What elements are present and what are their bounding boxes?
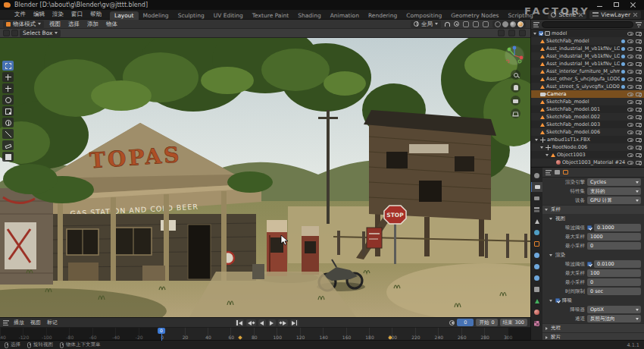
shading-rendered-button[interactable] [517,21,524,27]
render-visibility-icon[interactable] [636,77,642,81]
render-visibility-icon[interactable] [636,108,642,112]
outliner-search-input[interactable] [542,21,633,28]
persp-nav-button[interactable] [511,108,521,118]
expand-icon[interactable] [539,146,544,149]
scene-properties-tab[interactable] [531,216,542,226]
visibility-eye-icon[interactable] [627,100,633,104]
hand-nav-button[interactable] [511,83,521,93]
xray-toggle-icon[interactable] [483,21,489,27]
cursor-tool[interactable] [2,72,14,82]
scale-tool[interactable] [2,106,14,116]
outliner-row-asst-other-s-uhcjdgufa-lod0[interactable]: Asst_other_S_uhcjdgufa_LOD0 [531,75,644,83]
select-box-tool[interactable] [2,61,14,71]
minimize-button[interactable] [596,2,605,8]
render-visibility-icon[interactable] [636,138,642,142]
tab-uv-editing[interactable]: UV Editing [209,11,248,20]
move-tool[interactable] [2,83,14,93]
visibility-eye-icon[interactable] [627,77,633,81]
frame-end-field[interactable]: 结束 300 [500,319,527,326]
property-value[interactable]: 0 sec [587,288,641,295]
viewport-menu-添加[interactable]: 添加 [83,20,102,28]
annotate-tool[interactable] [2,129,14,139]
visibility-eye-icon[interactable] [627,55,633,58]
show-gizmo-icon[interactable] [463,21,469,27]
auto-key-record-icon[interactable] [449,320,455,325]
show-overlays-icon[interactable] [473,21,479,27]
render-visibility-icon[interactable] [636,93,642,96]
tab-layout[interactable]: Layout [110,11,139,20]
outliner-row-sketchfab-model-001[interactable]: SketchFab_model.001 [531,105,644,113]
proportional-edit-icon[interactable] [454,21,459,27]
property-value[interactable]: Cycles [587,178,641,186]
menu-文件[interactable]: 文件 [11,11,30,18]
output-properties-tab[interactable] [531,193,542,203]
material-properties-tab[interactable] [531,307,542,317]
shading-material-preview-button[interactable] [510,21,516,27]
properties-editor-icon[interactable] [546,170,552,175]
viewport-menu-选择[interactable]: 选择 [64,20,83,28]
frame-start-field[interactable]: 开始 0 [476,319,497,326]
transform-tool[interactable] [2,118,14,127]
texture-properties-tab[interactable] [531,319,542,329]
visibility-eye-icon[interactable] [627,93,633,96]
outliner-collection-row[interactable]: model [531,30,644,37]
tool-option-icon[interactable] [508,30,515,36]
property-value[interactable]: 0.1000 [594,224,641,231]
outliner-row-sketchfab-model[interactable]: SketchFab_model [531,37,644,45]
visibility-eye-icon[interactable] [627,70,633,74]
timeline-menu-标记[interactable]: 标记 [44,319,61,326]
expand-icon[interactable] [534,139,539,141]
visibility-eye-icon[interactable] [627,85,633,89]
render-visibility-icon[interactable] [636,55,642,58]
property-value[interactable]: 0 [587,278,641,286]
render-visibility-icon[interactable] [636,153,642,157]
property-value[interactable]: 反照与法向 [587,315,641,322]
viewport-menu-视图[interactable]: 视图 [45,20,64,28]
property-value[interactable]: OptiX [587,306,641,313]
collection-checkbox[interactable] [539,31,543,36]
outliner-editor-icon[interactable] [533,22,539,27]
visibility-eye-icon[interactable] [627,32,633,36]
expand-icon[interactable] [545,154,549,156]
next-keyframe-button[interactable] [278,319,288,326]
menu-编辑[interactable]: 编辑 [30,11,48,18]
visibility-eye-icon[interactable] [627,130,633,134]
select-tool-dropdown[interactable]: Select Box [20,30,61,37]
render-visibility-icon[interactable] [636,39,642,43]
property-value[interactable]: 0 [587,242,641,250]
tab-texture-paint[interactable]: Texture Paint [248,11,293,20]
visibility-eye-icon[interactable] [627,146,633,149]
physics-properties-tab[interactable] [531,273,542,283]
world-properties-tab[interactable] [531,228,542,237]
shading-wireframe-button[interactable] [495,21,501,27]
timeline-menu-播放[interactable]: 播放 [11,319,27,326]
visibility-eye-icon[interactable] [627,123,633,127]
visibility-eye-icon[interactable] [627,115,633,119]
visibility-eye-icon[interactable] [627,108,633,112]
render-visibility-icon[interactable] [636,115,642,119]
visibility-eye-icon[interactable] [627,161,633,165]
section-胶片[interactable]: 胶片 [542,332,644,340]
data-properties-tab[interactable] [531,296,542,306]
property-value[interactable]: 100 [587,269,641,277]
property-value[interactable]: 1000 [587,233,641,241]
view-layer-properties-tab[interactable] [531,205,542,215]
play-reverse-button[interactable] [258,319,266,326]
render-visibility-icon[interactable] [636,161,642,165]
render-visibility-icon[interactable] [636,85,642,89]
snap-magnet-icon[interactable] [445,22,450,27]
mode-dropdown[interactable]: 物体模式 [3,20,44,28]
outliner-row-sketchfab-model-003[interactable]: SketchFab_model.003 [531,121,644,128]
visibility-eye-icon[interactable] [627,39,633,43]
navigation-gizmo[interactable] [505,46,524,65]
timeline-ruler[interactable]: -140-120-100-80-60-40-200204060801001201… [0,328,530,341]
filter-icon[interactable] [636,22,642,27]
tab-geometry-nodes[interactable]: Geometry Nodes [446,11,503,20]
property-value[interactable]: 支持的 [587,187,641,195]
outliner-row-asst-industrial-m-vb1kfnv-lod0-002[interactable]: Asst_industrial_M_vb1kfNv_LOD0.002 [531,60,644,68]
render-visibility-icon[interactable] [636,32,642,36]
tool-option-icon[interactable] [11,30,18,36]
outliner-row-sketchfab-model-006[interactable]: SketchFab_model.006 [531,128,644,136]
tool-option-icon[interactable] [498,30,505,36]
prev-keyframe-button[interactable] [246,319,256,326]
